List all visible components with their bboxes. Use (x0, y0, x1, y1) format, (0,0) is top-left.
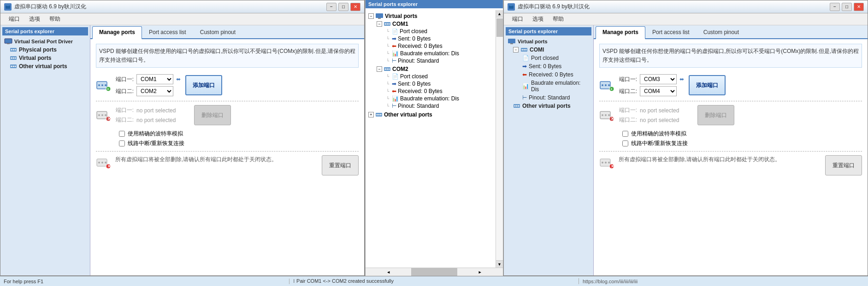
scroll-up-btn[interactable]: ▲ (496, 10, 503, 18)
sidebar-root-left[interactable]: Virtual Serial Port Driver (2, 37, 88, 46)
reset-icon-left: ✕ (96, 155, 111, 170)
reset-btn-right[interactable]: 重置端口 (825, 155, 862, 175)
window-right: 虚拟串口驱动 6.9 by耿川汉化 − □ ✕ 端口 选项 帮助 Serial … (503, 0, 868, 276)
sidebar-title-right: Serial ports explorer (506, 27, 591, 35)
sidebar-root-right[interactable]: Virtual ports (506, 37, 591, 46)
svg-point-19 (105, 84, 106, 86)
minimize-btn-left[interactable]: − (326, 3, 337, 11)
sidebar-com3-sent-right: ➡ Sent: 0 Bytes (520, 62, 591, 70)
expand-com3-right[interactable]: − (513, 47, 519, 53)
checkbox1-label-right: 使用精确的波特率模拟 (631, 130, 686, 138)
scroll-left-btn[interactable]: ◄ (366, 268, 411, 276)
svg-rect-0 (6, 6, 10, 9)
tree-expand-other[interactable]: + (368, 112, 374, 117)
add-port-fields-right: 端口一: COM3COM4 ⬌ 端口二: COM4COM3 (619, 74, 684, 96)
com3-status0-right: Port closed (531, 55, 559, 61)
svg-point-63 (608, 84, 610, 86)
tree-row-com1[interactable]: − COM1 (376, 20, 494, 28)
tree-expand-virtual[interactable]: − (368, 13, 374, 19)
svg-point-38 (387, 23, 388, 25)
port1-select-right[interactable]: COM3COM4 (640, 74, 677, 84)
tree-row-com2[interactable]: − COM2 (376, 65, 494, 73)
statusbar-center-text: ⁞ Pair COM1 <-> COM2 created successfull… (289, 278, 579, 284)
svg-rect-34 (376, 13, 383, 18)
port1-select-left[interactable]: COM1COM2COM3 (136, 74, 173, 84)
menubar-left: 端口 选项 帮助 (0, 13, 364, 25)
checkbox2-right[interactable] (622, 140, 628, 146)
port2-select-left[interactable]: COM2COM1COM3 (136, 86, 173, 96)
menu-options-left[interactable]: 选项 (24, 14, 45, 24)
sidebar-other-label-right: Other virtual ports (522, 103, 571, 109)
scroll-right-btn[interactable]: ► (457, 268, 503, 276)
delete-fields-right: 端口一: no port selected 端口二: no port selec… (619, 106, 679, 124)
svg-point-58 (516, 105, 518, 107)
tree-row-virtual-ports[interactable]: − Virtual ports (367, 12, 494, 20)
scroll-thumb[interactable] (496, 18, 503, 37)
tree-row-other[interactable]: + Other virtual ports (367, 111, 494, 118)
delete-port2-label-left: 端口二: (115, 116, 134, 124)
maximize-btn-right[interactable]: □ (842, 3, 852, 11)
sidebar-left: Serial ports explorer Virtual Serial Por… (0, 25, 90, 275)
checkbox1-right[interactable] (622, 131, 628, 137)
svg-point-15 (15, 66, 16, 67)
add-port-fields-left: 端口一: COM1COM2COM3 ⬌ 端口二: COM2COM1COM3 (115, 74, 181, 96)
sidebar-com3-pinout-right: ⊢ Pinout: Standard (520, 93, 591, 102)
menu-options-right[interactable]: 选项 (528, 14, 548, 24)
svg-rect-49 (510, 5, 513, 6)
add-port-btn-right[interactable]: 添加端口 (689, 75, 726, 95)
monitor-icon-left (4, 38, 12, 45)
tab-port-access-left[interactable]: Port access list (142, 26, 193, 38)
close-btn-right[interactable]: ✕ (854, 3, 864, 11)
port-closed-icon-com2: 📄 (392, 73, 399, 80)
sidebar-physical-ports-left[interactable]: Physical ports (2, 46, 88, 54)
menu-help-right[interactable]: 帮助 (548, 14, 568, 24)
svg-point-18 (101, 84, 103, 86)
tree-expand-com2[interactable]: − (377, 66, 382, 72)
tab-custom-pinout-left[interactable]: Custom pinout (193, 26, 242, 38)
svg-point-23 (98, 114, 100, 116)
sidebar-com3-right[interactable]: − COMI (506, 46, 591, 54)
sidebar-other-ports-left[interactable]: Other virtual ports (2, 62, 88, 70)
maximize-btn-left[interactable]: □ (338, 3, 348, 11)
svg-point-47 (380, 114, 382, 116)
tree-com2-label: COM2 (392, 66, 408, 72)
bottom-statusbar: For help press F1 ⁞ Pair COM1 <-> COM2 c… (0, 276, 868, 286)
add-port-btn-left[interactable]: 添加端口 (185, 75, 222, 95)
menu-help-left[interactable]: 帮助 (45, 14, 65, 24)
delete-port-btn-left: 删除端口 (194, 105, 231, 125)
other-icon-tree (375, 112, 383, 117)
baud-icon-com1: 📊 (392, 50, 399, 57)
reset-section-left: ✕ 所有虚拟端口将被全部删除,请确认所有端口此时都处于关闭状态。 重置端口 (96, 155, 359, 175)
checkbox2-left[interactable] (119, 140, 125, 146)
tab-manage-ports-right[interactable]: Manage ports (596, 26, 645, 39)
svg-text:✕: ✕ (107, 164, 111, 169)
tree-com1-sent: └ ➡ Sent: 0 Bytes (384, 35, 494, 42)
scroll-down-btn[interactable]: ▼ (496, 260, 503, 268)
scroll-thumb-h[interactable] (411, 268, 457, 276)
tab-manage-ports-left[interactable]: Manage ports (92, 26, 142, 39)
menu-port-right[interactable]: 端口 (508, 14, 528, 24)
divider1-right (599, 101, 862, 101)
tree-scroll-area: − Virtual ports − (366, 10, 503, 268)
svg-text:✕: ✕ (611, 164, 614, 169)
tab-port-access-right[interactable]: Port access list (645, 26, 697, 38)
checkboxes-left: 使用精确的波特率模拟 线路中断/重新恢复连接 (119, 130, 359, 147)
tab-custom-pinout-right[interactable]: Custom pinout (697, 26, 746, 38)
port2-select-right[interactable]: COM4COM3 (640, 86, 677, 96)
svg-point-31 (105, 162, 106, 163)
svg-text:✕: ✕ (107, 117, 111, 121)
titlebar-left: 虚拟串口驱动 6.9 by耿川汉化 − □ ✕ (0, 0, 364, 13)
sidebar-other-right[interactable]: Other virtual ports (506, 102, 591, 110)
svg-point-55 (526, 49, 527, 51)
sidebar-virtual-ports-left[interactable]: Virtual ports (2, 54, 88, 62)
closed-icon-right: 📄 (522, 55, 529, 61)
checkbox1-row-right: 使用精确的波特率模拟 (622, 130, 862, 138)
menu-port-left[interactable]: 端口 (4, 14, 24, 24)
tree-expand-com1[interactable]: − (377, 21, 382, 27)
tree-com1-closed: └ 📄 Port closed (384, 28, 494, 35)
close-btn-left[interactable]: ✕ (350, 3, 360, 11)
svg-point-11 (15, 58, 16, 59)
checkbox1-left[interactable] (119, 131, 125, 137)
minimize-btn-right[interactable]: − (830, 3, 840, 11)
reset-btn-left[interactable]: 重置端口 (322, 155, 359, 175)
